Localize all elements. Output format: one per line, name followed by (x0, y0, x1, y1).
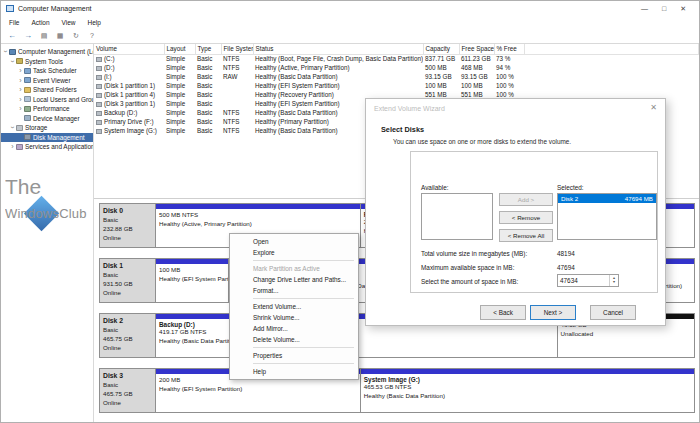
disk-status: Online (103, 344, 152, 353)
menu-item-view[interactable]: View (56, 19, 82, 26)
remove-all-button[interactable]: < Remove All (499, 229, 553, 242)
volume-row[interactable]: (I:) Simple Basic RAW Healthy (Basic Dat… (94, 72, 699, 81)
close-button[interactable]: ✕ (680, 5, 686, 13)
cell-volume: (C:) (94, 54, 164, 63)
partition-status: Unallocated (561, 330, 691, 339)
volume-icon (96, 111, 102, 116)
properties-icon[interactable]: ▦ (53, 29, 67, 42)
partition-size: 100 MB (159, 266, 225, 275)
max-space-value: 47694 (557, 264, 575, 271)
cell-layout: Simple (164, 63, 195, 72)
chevron-collapsed-icon[interactable]: › (17, 67, 24, 74)
wizard-heading: Select Disks (381, 125, 424, 134)
column-header-empty (524, 44, 699, 54)
column-header-capacity[interactable]: Capacity (423, 44, 459, 54)
selected-disk-row[interactable]: Disk 2 47694 MB (558, 194, 656, 203)
context-menu-item-shrink-volume[interactable]: Shrink Volume... (231, 312, 357, 323)
context-menu-item-open[interactable]: Open (231, 236, 357, 247)
chevron-collapsed-icon[interactable]: › (17, 105, 24, 112)
available-listbox[interactable] (421, 193, 493, 240)
sidebar-item-local-users-and-groups[interactable]: › Local Users and Groups (1, 95, 93, 105)
disk-0-label[interactable]: Disk 0 Basic 232.88 GB Online (99, 203, 156, 248)
sidebar-item-event-viewer[interactable]: › Event Viewer (1, 76, 93, 86)
spin-down-icon[interactable]: ▼ (612, 281, 616, 285)
disk-name: Disk 2 (103, 316, 152, 326)
column-header-type[interactable]: Type (195, 44, 221, 54)
cell-empty (524, 81, 699, 90)
chevron-expanded-icon[interactable]: › (9, 124, 16, 131)
partition-disk1-efi[interactable]: 100 MB Healthy (EFI System Partition) (156, 258, 229, 303)
partition-status: Healthy (Basic Data Partition) (364, 392, 691, 401)
close-icon[interactable]: ✕ (650, 103, 657, 112)
disk-3-label[interactable]: Disk 3 Basic 465.75 GB Online (99, 368, 156, 413)
sidebar-item-performance[interactable]: › Performance (1, 104, 93, 114)
chevron-expanded-icon[interactable]: › (9, 58, 16, 65)
sidebar-item-device-manager[interactable]: Device Manager (1, 114, 93, 124)
menu-item-help[interactable]: Help (82, 19, 107, 26)
volume-row[interactable]: (Disk 1 partition 1) Simple Basic Health… (94, 81, 699, 90)
minimize-button[interactable]: — (641, 5, 648, 13)
wizard-subheading: You can use space on one or more disks t… (393, 138, 571, 145)
context-menu-item-extend-volume[interactable]: Extend Volume... (231, 301, 357, 312)
chevron-collapsed-icon[interactable]: › (17, 77, 24, 84)
column-header-volume[interactable]: Volume (94, 44, 164, 54)
column-header-percent-free[interactable]: % Free (494, 44, 524, 54)
cell-file-system (221, 99, 253, 108)
task-scheduler-icon (24, 68, 31, 74)
menu-item-action[interactable]: Action (25, 19, 55, 26)
sidebar-item-task-scheduler[interactable]: › Task Scheduler (1, 66, 93, 76)
column-header-layout[interactable]: Layout (164, 44, 195, 54)
partition-disk3-system-image[interactable]: System Image (G:) 465.53 GB NTFS Healthy… (361, 368, 695, 413)
show-console-tree-icon[interactable]: ▤ (37, 29, 51, 42)
max-space-label: Maximum available space in MB: (421, 264, 514, 271)
app-icon (6, 5, 14, 12)
context-menu-item-change-drive-letter[interactable]: Change Drive Letter and Paths... (231, 274, 357, 285)
column-header-file-system[interactable]: File System (221, 44, 253, 54)
forward-icon[interactable]: → (21, 29, 35, 42)
amount-value: 47634 (558, 275, 609, 286)
cell-type: Basic (195, 126, 221, 135)
partition-color-bar (156, 259, 228, 264)
context-menu-item-properties[interactable]: Properties (231, 350, 357, 361)
help-icon[interactable]: ? (85, 29, 99, 42)
cell-type: Basic (195, 117, 221, 126)
chevron-collapsed-icon[interactable]: › (17, 86, 24, 93)
remove-button[interactable]: < Remove (499, 211, 553, 224)
column-header-free-space[interactable]: Free Space (459, 44, 494, 54)
sidebar-item-services-and-applications[interactable]: › Services and Applications (1, 142, 93, 152)
chevron-expanded-icon[interactable]: › (2, 48, 9, 55)
cell-status: Healthy (Boot, Page File, Crash Dump, Ba… (253, 54, 423, 63)
context-menu-item-explore[interactable]: Explore (231, 247, 357, 258)
refresh-icon[interactable]: ↻ (69, 29, 83, 42)
disk-status: Online (103, 399, 152, 408)
volume-row[interactable]: (D:) Simple Basic NTFS Healthy (Active, … (94, 63, 699, 72)
disk-1-label[interactable]: Disk 1 Basic 931.50 GB Online (99, 258, 156, 303)
sidebar-item-computer-management[interactable]: › Computer Management (Local (1, 47, 93, 57)
cancel-button[interactable]: Cancel (590, 305, 636, 320)
next-button[interactable]: Next > (530, 305, 576, 320)
total-size-value: 48194 (557, 250, 575, 257)
chevron-collapsed-icon[interactable]: › (17, 96, 24, 103)
selected-listbox[interactable]: Disk 2 47694 MB (557, 193, 657, 240)
context-menu-item-format[interactable]: Format... (231, 285, 357, 296)
context-menu-item-help[interactable]: Help (231, 366, 357, 377)
column-header-status[interactable]: Status (253, 44, 423, 54)
cell-file-system: NTFS (221, 108, 253, 117)
amount-spinbox[interactable]: 47634 ▲ ▼ (557, 274, 619, 287)
back-icon[interactable]: ← (5, 29, 19, 42)
chevron-collapsed-icon[interactable]: › (9, 143, 16, 150)
context-menu-item-delete-volume[interactable]: Delete Volume... (231, 334, 357, 345)
cell-percent-free: 100 % (494, 81, 524, 90)
disk-2-label[interactable]: Disk 2 Basic 465.75 GB Online (99, 313, 156, 358)
context-menu-item-add-mirror[interactable]: Add Mirror... (231, 323, 357, 334)
volume-row[interactable]: (C:) Simple Basic NTFS Healthy (Boot, Pa… (94, 54, 699, 63)
maximize-button[interactable]: □ (662, 5, 666, 13)
sidebar-item-shared-folders[interactable]: › Shared Folders (1, 85, 93, 95)
back-button[interactable]: < Back (480, 305, 526, 320)
menu-item-file[interactable]: File (3, 19, 25, 26)
sidebar-item-storage[interactable]: › Storage (1, 123, 93, 133)
wizard-title: Extend Volume Wizard (374, 105, 445, 112)
sidebar-item-system-tools[interactable]: › System Tools (1, 57, 93, 67)
sidebar-item-label: Local Users and Groups (33, 96, 93, 103)
sidebar-item-disk-management[interactable]: Disk Management (1, 133, 93, 143)
